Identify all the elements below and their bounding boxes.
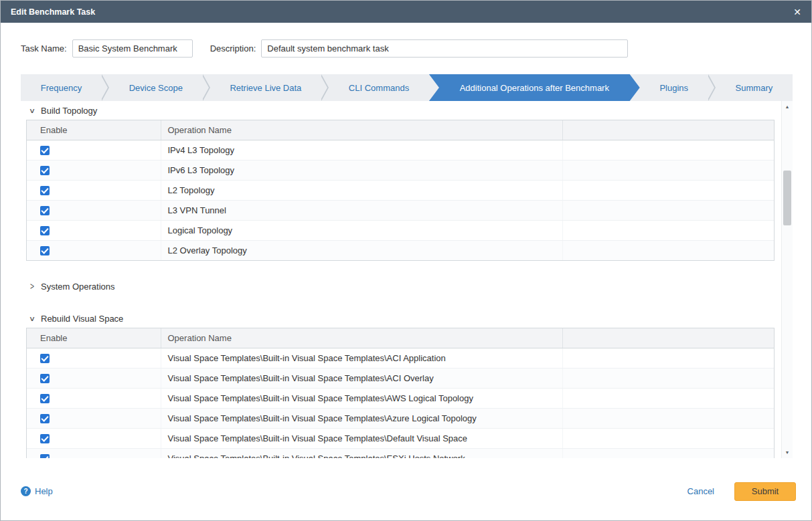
operation-name: L3 VPN Tunnel: [161, 200, 562, 220]
empty-cell: [562, 348, 774, 368]
enable-cell: [27, 220, 161, 240]
empty-cell: [562, 160, 774, 180]
help-link[interactable]: ? Help: [21, 486, 53, 496]
section-toggle-build-topology[interactable]: ∨Build Topology: [27, 104, 775, 117]
operation-name: IPv4 L3 Topology: [161, 140, 562, 160]
enable-checkbox[interactable]: [40, 434, 50, 443]
table-row: Visual Space Templates\Built-in Visual S…: [27, 368, 774, 388]
enable-checkbox[interactable]: [40, 454, 50, 458]
description-input[interactable]: [261, 39, 628, 58]
column-header-operation-name: Operation Name: [161, 328, 562, 348]
column-header-empty: [562, 328, 774, 348]
operation-name: Visual Space Templates\Built-in Visual S…: [161, 388, 562, 408]
empty-cell: [562, 240, 774, 260]
operations-table: EnableOperation NameVisual Space Templat…: [26, 328, 775, 458]
section-title: System Operations: [41, 282, 115, 292]
empty-cell: [562, 428, 774, 448]
enable-checkbox[interactable]: [40, 374, 50, 383]
section-system-operations: >System Operations: [26, 280, 775, 293]
content-area: ∨Build TopologyEnableOperation NameIPv4 …: [21, 101, 793, 458]
enable-cell: [27, 348, 161, 368]
chevron-right-icon: >: [27, 282, 36, 292]
enable-cell: [27, 160, 161, 180]
help-icon: ?: [21, 486, 31, 496]
enable-checkbox[interactable]: [40, 206, 50, 215]
section-rebuild-visual-space: ∨Rebuild Visual SpaceEnableOperation Nam…: [26, 312, 775, 458]
table-row: IPv4 L3 Topology: [27, 140, 774, 160]
table-row: Visual Space Templates\Built-in Visual S…: [27, 408, 774, 428]
empty-cell: [562, 448, 774, 458]
enable-checkbox[interactable]: [40, 166, 50, 175]
enable-checkbox[interactable]: [40, 354, 50, 363]
operation-name: L2 Topology: [161, 180, 562, 200]
scroll-up-icon[interactable]: ▲: [782, 101, 793, 112]
vertical-scrollbar[interactable]: ▲ ▼: [781, 101, 793, 458]
section-build-topology: ∨Build TopologyEnableOperation NameIPv4 …: [26, 104, 775, 261]
empty-cell: [562, 140, 774, 160]
step-separator-icon: [321, 74, 329, 101]
step-separator-icon: [102, 74, 109, 101]
enable-cell: [27, 140, 161, 160]
table-row: Visual Space Templates\Built-in Visual S…: [27, 348, 774, 368]
wizard-step-cli-commands[interactable]: CLI Commands: [329, 74, 429, 101]
enable-cell: [27, 368, 161, 388]
enable-cell: [27, 408, 161, 428]
wizard-step-plugins[interactable]: Plugins: [640, 74, 708, 101]
empty-cell: [562, 180, 774, 200]
dialog-footer: ? Help Cancel Submit: [1, 458, 811, 520]
wizard-step-retrieve-live-data[interactable]: Retrieve Live Data: [210, 74, 321, 101]
column-header-enable: Enable: [27, 120, 161, 140]
close-icon[interactable]: ✕: [793, 7, 801, 17]
empty-cell: [562, 220, 774, 240]
section-toggle-system-operations[interactable]: >System Operations: [27, 280, 775, 293]
dialog-titlebar: Edit Benchmark Task ✕: [1, 1, 811, 23]
task-form-row: Task Name: Description:: [1, 23, 811, 74]
help-label: Help: [35, 486, 53, 496]
operation-name: Visual Space Templates\Built-in Visual S…: [161, 408, 562, 428]
empty-cell: [562, 388, 774, 408]
operation-name: Visual Space Templates\Built-in Visual S…: [161, 428, 562, 448]
scrollbar-thumb[interactable]: [783, 171, 791, 225]
enable-checkbox[interactable]: [40, 186, 50, 195]
enable-cell: [27, 180, 161, 200]
section-title: Rebuild Visual Space: [41, 314, 123, 324]
table-row: Logical Topology: [27, 220, 774, 240]
enable-checkbox[interactable]: [40, 226, 50, 235]
table-row: L3 VPN Tunnel: [27, 200, 774, 220]
scroll-down-icon[interactable]: ▼: [782, 447, 793, 458]
table-row: Visual Space Templates\Built-in Visual S…: [27, 448, 774, 458]
submit-button[interactable]: Submit: [734, 482, 796, 501]
wizard-step-additional-operations-after-benchmark[interactable]: Additional Operations after Benchmark: [429, 74, 640, 101]
task-name-input[interactable]: [72, 39, 193, 58]
wizard-step-summary[interactable]: Summary: [716, 74, 793, 101]
wizard-steps: FrequencyDevice ScopeRetrieve Live DataC…: [21, 74, 793, 101]
column-header-enable: Enable: [27, 328, 161, 348]
enable-checkbox[interactable]: [40, 414, 50, 423]
dialog-title: Edit Benchmark Task: [11, 7, 95, 17]
wizard-step-frequency[interactable]: Frequency: [21, 74, 102, 101]
cancel-button[interactable]: Cancel: [687, 486, 714, 496]
operation-name: Logical Topology: [161, 220, 562, 240]
wizard-step-device-scope[interactable]: Device Scope: [109, 74, 203, 101]
operation-name: L2 Overlay Topology: [161, 240, 562, 260]
sections-container: ∨Build TopologyEnableOperation NameIPv4 …: [21, 101, 793, 458]
operation-name: IPv6 L3 Topology: [161, 160, 562, 180]
chevron-down-icon: ∨: [26, 106, 38, 114]
section-title: Build Topology: [41, 106, 97, 116]
operation-name: Visual Space Templates\Built-in Visual S…: [161, 368, 562, 388]
step-separator-icon: [708, 74, 716, 101]
description-label: Description:: [210, 43, 256, 54]
enable-cell: [27, 428, 161, 448]
table-row: Visual Space Templates\Built-in Visual S…: [27, 428, 774, 448]
table-row: L2 Topology: [27, 180, 774, 200]
table-row: Visual Space Templates\Built-in Visual S…: [27, 388, 774, 408]
enable-checkbox[interactable]: [40, 246, 50, 255]
section-toggle-rebuild-visual-space[interactable]: ∨Rebuild Visual Space: [27, 312, 775, 325]
column-header-empty: [562, 120, 774, 140]
enable-checkbox[interactable]: [40, 394, 50, 403]
operations-table: EnableOperation NameIPv4 L3 TopologyIPv6…: [26, 120, 775, 261]
empty-cell: [562, 200, 774, 220]
task-name-label: Task Name:: [21, 43, 67, 54]
enable-checkbox[interactable]: [40, 146, 50, 155]
enable-cell: [27, 240, 161, 260]
